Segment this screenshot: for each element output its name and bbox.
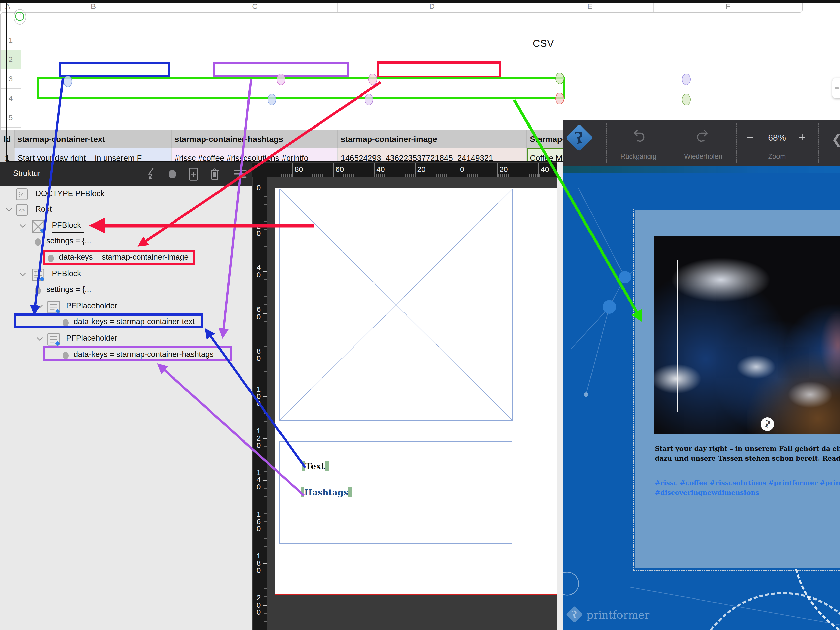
printformer-logo-glyph: ʔ bbox=[568, 126, 590, 150]
selection-handle[interactable] bbox=[368, 74, 377, 85]
ruler-number: 1 2 0 bbox=[253, 427, 264, 449]
redo-icon[interactable] bbox=[695, 128, 711, 145]
tree-row-doctype[interactable]: DOCTYPE PFBlock bbox=[0, 186, 252, 202]
selection-handle[interactable] bbox=[682, 94, 690, 105]
ruler-number: 1 4 0 bbox=[253, 469, 264, 491]
selected-row-outline bbox=[37, 77, 565, 99]
chevron-down-icon[interactable] bbox=[20, 272, 26, 278]
undo-button[interactable]: Rückgängig bbox=[621, 153, 657, 161]
undo-icon[interactable] bbox=[630, 128, 646, 145]
ruler-minor-ticks bbox=[264, 188, 267, 629]
selection-handle[interactable] bbox=[63, 76, 72, 87]
window-left-border bbox=[6, 3, 7, 162]
preview-toolbar: ʔ Rückgängig Wiederholen − 68% + Zoom ❮ bbox=[563, 120, 840, 166]
ruler-number: 0 bbox=[253, 184, 264, 191]
svg-text:<>: <> bbox=[19, 207, 25, 213]
map-box-tree-image bbox=[43, 251, 195, 265]
tree-label: PFPlaceholder bbox=[66, 302, 117, 311]
preview-gradient-band bbox=[563, 166, 840, 173]
cell-popover-handle[interactable] bbox=[832, 78, 840, 98]
printformer-preview-window: ʔ Rückgängig Wiederholen − 68% + Zoom ❮ bbox=[563, 120, 840, 630]
struktur-header: Struktur bbox=[0, 162, 252, 186]
row-number-5[interactable]: 5 bbox=[0, 108, 21, 128]
attribute-bullet-icon bbox=[35, 238, 41, 246]
attribute-bullet-icon bbox=[35, 287, 41, 294]
row-number-2[interactable]: 2 bbox=[0, 50, 21, 69]
rendered-hashtags-line2: #discoveringnewdimensions bbox=[655, 488, 840, 498]
header-cell-hashtags[interactable]: starmap-container-hashtags bbox=[172, 130, 338, 148]
row-number-3[interactable]: 3 bbox=[0, 69, 21, 89]
printformer-watermark: ʔ printformer bbox=[567, 606, 693, 624]
image-placeholder-frame[interactable] bbox=[279, 189, 513, 421]
layout-canvas: 80 60 40 20 0 20 40 0 2 0 4 0 6 0 8 0 1 … bbox=[252, 162, 563, 630]
selection-handle[interactable] bbox=[365, 94, 373, 105]
zoom-value: 68% bbox=[768, 133, 786, 143]
selection-handle[interactable] bbox=[268, 94, 276, 105]
zoom-in-button[interactable]: + bbox=[798, 129, 806, 145]
rendered-text-line1: Start your day right – in unserem Fall g… bbox=[655, 444, 840, 453]
record-oval-icon[interactable] bbox=[164, 166, 180, 183]
ruler-minor-ticks bbox=[267, 174, 563, 177]
menu-icon[interactable] bbox=[231, 166, 249, 183]
selection-handle[interactable] bbox=[556, 73, 564, 84]
window-top-border bbox=[0, 0, 840, 3]
zoom-label: Zoom bbox=[768, 153, 786, 161]
popover-dot-icon bbox=[835, 87, 839, 90]
toolbar-separator bbox=[736, 123, 737, 163]
lightning-icon[interactable] bbox=[143, 166, 159, 183]
selection-handle bbox=[301, 487, 305, 497]
chevron-down-icon[interactable] bbox=[36, 305, 43, 310]
toolbar-separator bbox=[818, 123, 819, 163]
selection-handle[interactable] bbox=[277, 74, 285, 85]
ruler-number: 80 bbox=[295, 165, 303, 174]
label-text: Text bbox=[305, 461, 325, 471]
add-node-icon[interactable] bbox=[185, 166, 202, 183]
tree-label: PFBlock bbox=[52, 269, 81, 278]
ruler-number: 1 0 0 bbox=[253, 385, 264, 407]
chevron-left-icon[interactable]: ❮ bbox=[831, 131, 840, 147]
rendered-text-line2: dazu und unsere Tassen stehen schon bere… bbox=[655, 453, 840, 463]
trash-icon[interactable] bbox=[207, 166, 223, 183]
text-placeholder-label[interactable]: Text bbox=[302, 461, 328, 471]
tree-row-pfplaceholder[interactable]: PFPlaceholder bbox=[0, 299, 252, 314]
ruler-number: 0 bbox=[460, 165, 464, 174]
chevron-down-icon[interactable] bbox=[36, 337, 43, 342]
tree-row-pfblock-image[interactable]: PFBlock bbox=[0, 218, 252, 234]
selection-handle[interactable] bbox=[682, 74, 690, 85]
watermark-text: printformer bbox=[586, 609, 649, 621]
row-number-4[interactable]: 4 bbox=[0, 89, 21, 108]
photo-white-frame bbox=[677, 260, 840, 412]
chevron-down-icon[interactable] bbox=[6, 208, 12, 213]
redo-button[interactable]: Wiederholen bbox=[684, 153, 722, 161]
tree-row-pfplaceholder[interactable]: PFPlaceholder bbox=[0, 331, 252, 347]
zoom-out-button[interactable]: − bbox=[746, 131, 753, 144]
tree-row-settings[interactable]: settings = {... bbox=[0, 282, 252, 298]
header-cell-id[interactable]: Id bbox=[0, 130, 14, 148]
row-number-1[interactable]: 1 bbox=[0, 30, 21, 50]
page-bottom-edge bbox=[275, 594, 557, 595]
ruler-number: 1 8 0 bbox=[253, 553, 264, 574]
selection-handle bbox=[302, 461, 305, 471]
tree-label: Root bbox=[35, 205, 52, 214]
tree-row-settings[interactable]: settings = {... bbox=[0, 234, 252, 249]
vertical-ruler: 0 2 0 4 0 6 0 8 0 1 0 0 1 2 0 1 4 0 1 6 … bbox=[253, 163, 267, 630]
selection-handle bbox=[348, 487, 352, 497]
green-ring-icon bbox=[15, 12, 24, 21]
toolbar-separator bbox=[606, 123, 607, 163]
ruler-number: 40 bbox=[541, 165, 549, 174]
placeholder-icon bbox=[47, 300, 61, 316]
selection-handle[interactable] bbox=[556, 93, 564, 104]
tree-row-pfblock-text[interactable]: PFBlock bbox=[0, 267, 252, 282]
select-all-circle-button[interactable] bbox=[14, 9, 26, 25]
ruler-number: 20 bbox=[499, 165, 508, 174]
row-number-gutter[interactable]: 1 2 3 4 5 bbox=[0, 13, 21, 130]
tree-row-root[interactable]: <> Root bbox=[0, 202, 252, 218]
image-block-icon bbox=[31, 220, 45, 235]
chevron-down-icon[interactable] bbox=[20, 224, 26, 229]
header-cell-text[interactable]: starmap-container-text bbox=[14, 130, 172, 148]
hashtags-placeholder-label[interactable]: Hashtags bbox=[301, 487, 352, 497]
canvas-scrollbar[interactable] bbox=[557, 162, 563, 630]
design-card: ʔ Start your day right – in unserem Fall… bbox=[635, 210, 840, 568]
root-node-icon: <> bbox=[16, 204, 28, 217]
header-cell-image[interactable]: starmap-container-image bbox=[338, 130, 527, 148]
